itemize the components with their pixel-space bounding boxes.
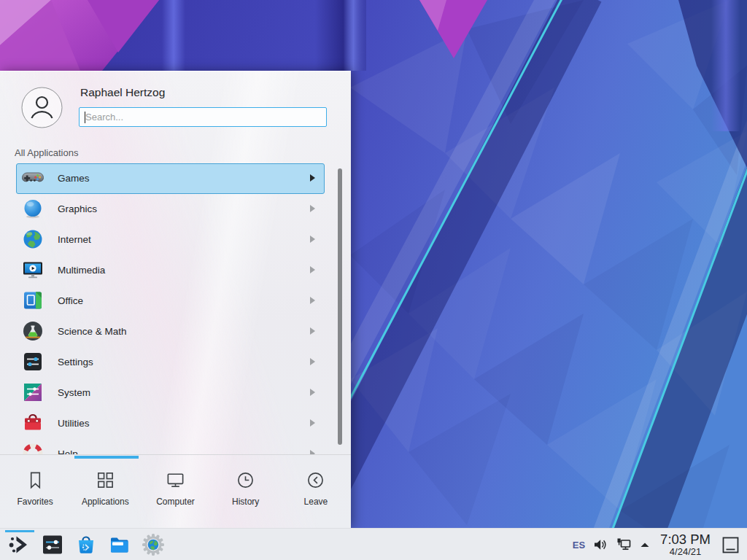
category-label: Games bbox=[58, 173, 90, 184]
chevron-right-icon bbox=[310, 297, 315, 304]
clock-date: 4/24/21 bbox=[670, 547, 701, 557]
discover-bag-icon bbox=[74, 533, 98, 556]
category-science-math[interactable]: Science & Math bbox=[0, 316, 351, 346]
show-desktop-icon bbox=[721, 535, 740, 555]
flask-icon bbox=[21, 319, 44, 343]
clock-time: 7:03 PM bbox=[660, 532, 711, 546]
network-icon[interactable] bbox=[616, 537, 632, 553]
category-list: Games Graphics bbox=[0, 163, 351, 454]
keyboard-layout-indicator[interactable]: ES bbox=[573, 540, 585, 551]
system-settings-button[interactable] bbox=[41, 533, 64, 556]
chevron-right-icon bbox=[310, 389, 315, 396]
category-games[interactable]: Games bbox=[0, 163, 351, 193]
avatar[interactable] bbox=[21, 87, 63, 128]
konqueror-globe-gear-icon bbox=[142, 533, 165, 556]
system-tray: ES bbox=[573, 529, 747, 560]
toolbox-icon bbox=[21, 411, 44, 435]
category-label: Internet bbox=[58, 234, 91, 245]
file-manager-button[interactable] bbox=[108, 533, 131, 556]
taskbar-launchers bbox=[7, 529, 165, 560]
category-label: Science & Math bbox=[58, 326, 127, 337]
scrollbar[interactable] bbox=[338, 168, 342, 445]
tab-computer[interactable]: Computer bbox=[140, 455, 210, 529]
application-launcher-popup: Raphael Hertzog All Applications bbox=[0, 71, 351, 528]
globe-icon bbox=[21, 228, 44, 251]
category-utilities[interactable]: Utilities bbox=[0, 408, 351, 438]
tab-applications[interactable]: Applications bbox=[70, 455, 140, 529]
category-settings[interactable]: Settings bbox=[0, 346, 351, 377]
chevron-right-icon bbox=[310, 205, 315, 212]
leave-icon bbox=[306, 470, 325, 490]
expand-tray-icon[interactable] bbox=[640, 541, 650, 548]
chevron-right-icon bbox=[310, 266, 315, 273]
category-label: Utilities bbox=[58, 418, 90, 429]
show-desktop-button[interactable] bbox=[721, 535, 740, 555]
category-label: Office bbox=[58, 295, 83, 306]
tab-label: Leave bbox=[304, 497, 328, 507]
tab-leave[interactable]: Leave bbox=[281, 455, 351, 529]
search-input[interactable] bbox=[80, 108, 326, 126]
web-browser-button[interactable] bbox=[142, 533, 165, 556]
text-cursor bbox=[85, 112, 85, 123]
chevron-right-icon bbox=[310, 358, 315, 365]
section-label: All Applications bbox=[15, 147, 78, 158]
category-help[interactable]: Help bbox=[0, 438, 351, 454]
category-label: System bbox=[58, 387, 90, 398]
active-tab-indicator bbox=[74, 456, 139, 459]
clock-widget[interactable]: 7:03 PM 4/24/21 bbox=[660, 532, 711, 556]
category-label: Multimedia bbox=[58, 265, 105, 276]
sphere-icon bbox=[21, 197, 44, 220]
launcher-tabbar: Favorites Applications Computer bbox=[0, 454, 351, 529]
taskbar: ES bbox=[0, 528, 747, 560]
chevron-right-icon bbox=[310, 236, 315, 243]
tab-favorites[interactable]: Favorites bbox=[0, 455, 70, 529]
chevron-right-icon bbox=[310, 174, 315, 182]
category-label: Help bbox=[58, 448, 78, 455]
gamepad-icon bbox=[21, 166, 44, 190]
category-internet[interactable]: Internet bbox=[0, 224, 351, 254]
folder-icon bbox=[108, 533, 131, 556]
category-office[interactable]: Office bbox=[0, 285, 351, 316]
system-settings-icon bbox=[41, 533, 64, 556]
system-sliders-icon bbox=[21, 381, 44, 404]
lifebuoy-icon bbox=[21, 442, 44, 454]
category-label: Graphics bbox=[58, 203, 97, 214]
tab-history[interactable]: History bbox=[211, 455, 281, 529]
document-icon bbox=[21, 289, 44, 312]
tab-label: History bbox=[232, 497, 259, 507]
category-graphics[interactable]: Graphics bbox=[0, 193, 351, 224]
category-system[interactable]: System bbox=[0, 377, 351, 408]
desktop: Raphael Hertzog All Applications bbox=[0, 0, 747, 560]
chevron-right-icon bbox=[310, 419, 315, 427]
bookmark-icon bbox=[26, 470, 45, 490]
category-multimedia[interactable]: Multimedia bbox=[0, 254, 351, 285]
search-field[interactable] bbox=[79, 107, 327, 127]
kde-kickoff-icon bbox=[7, 533, 31, 556]
volume-icon[interactable] bbox=[592, 537, 608, 553]
user-name: Raphael Hertzog bbox=[80, 86, 165, 99]
chevron-right-icon bbox=[310, 327, 315, 335]
sliders-icon bbox=[21, 350, 44, 373]
tab-label: Favorites bbox=[17, 497, 53, 507]
computer-icon bbox=[166, 470, 185, 490]
tab-label: Computer bbox=[156, 497, 195, 507]
tab-label: Applications bbox=[82, 497, 129, 507]
clock-icon bbox=[236, 470, 255, 490]
category-label: Settings bbox=[58, 357, 93, 368]
monitor-play-icon bbox=[21, 258, 44, 281]
application-launcher-button[interactable] bbox=[7, 533, 31, 556]
discover-button[interactable] bbox=[74, 533, 98, 556]
grid-icon bbox=[96, 470, 115, 490]
